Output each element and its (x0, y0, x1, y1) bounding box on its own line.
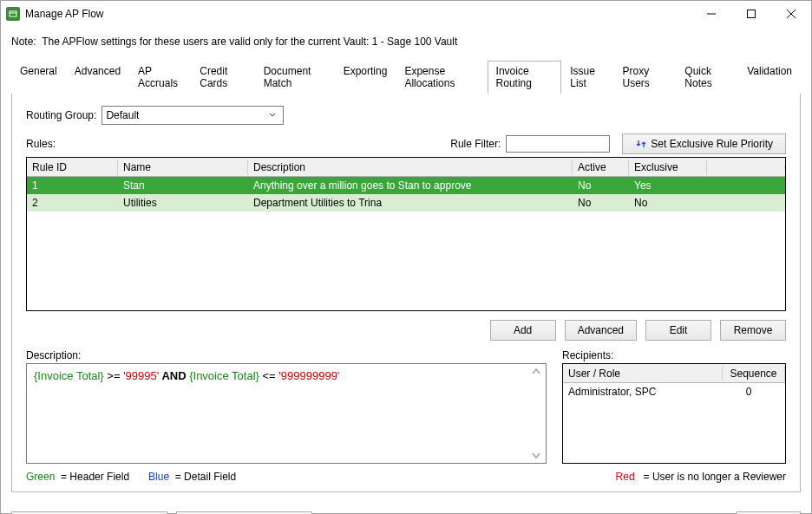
col-sequence[interactable]: Sequence (723, 366, 785, 381)
desc-token2: {Invoice Total} (189, 369, 259, 382)
tab-invoice-routing[interactable]: Invoice Routing (488, 61, 562, 94)
remove-button[interactable]: Remove (720, 320, 786, 341)
col-desc[interactable]: Description (248, 159, 573, 175)
legend-red: Red = User is no longer a Reviewer (616, 471, 786, 483)
tab-strip: GeneralAdvancedAP AccrualsCredit CardsDo… (11, 60, 801, 94)
col-active[interactable]: Active (573, 159, 629, 175)
col-exclusive[interactable]: Exclusive (629, 159, 707, 175)
recipients-grid-header: User / Role Sequence (563, 364, 785, 383)
tab-document-match[interactable]: Document Match (255, 61, 335, 94)
tab-validation[interactable]: Validation (738, 61, 801, 94)
rules-row[interactable]: 2UtilitiesDepartment Utilities to TrinaN… (27, 194, 785, 211)
set-exclusive-priority-label: Set Exclusive Rule Priority (651, 138, 773, 150)
col-user-role[interactable]: User / Role (563, 366, 723, 381)
desc-token1: {Invoice Total} (34, 369, 104, 382)
scroll-down-icon (530, 449, 542, 461)
description-scrollbar[interactable] (530, 366, 544, 461)
set-exclusive-priority-button[interactable]: Set Exclusive Rule Priority (622, 133, 786, 154)
routing-group-label: Routing Group: (26, 109, 96, 121)
rules-grid-body: 1StanAnything over a million goes to Sta… (27, 177, 785, 211)
description-box[interactable]: {Invoice Total} >= '99995' AND {Invoice … (26, 363, 547, 464)
tab-quick-notes[interactable]: Quick Notes (676, 61, 738, 94)
recipients-grid: User / Role Sequence Administrator, SPC0 (562, 363, 786, 464)
svg-rect-3 (748, 10, 756, 18)
app-icon (6, 7, 20, 21)
tab-advanced[interactable]: Advanced (66, 61, 129, 94)
col-name[interactable]: Name (118, 159, 248, 175)
tab-credit-cards[interactable]: Credit Cards (191, 61, 254, 94)
rules-grid-header: Rule ID Name Description Active Exclusiv… (27, 158, 785, 177)
scroll-up-icon (530, 366, 542, 378)
rule-filter-label: Rule Filter: (450, 138, 501, 150)
rules-grid-actions: Add Advanced Edit Remove (26, 320, 786, 341)
legend-green: Green = Header Field (26, 471, 129, 483)
window: Manage AP Flow Note: The APFlow settings… (0, 0, 812, 514)
recipients-grid-body: Administrator, SPC0 (563, 383, 785, 400)
tab-proxy-users[interactable]: Proxy Users (613, 61, 676, 94)
description-panel: Description: {Invoice Total} >= '99995' … (26, 349, 547, 464)
rules-row[interactable]: 1StanAnything over a million goes to Sta… (27, 177, 785, 194)
chevron-down-icon (265, 107, 279, 124)
content-area: Note: The APFlow settings for these user… (1, 27, 811, 503)
tab-ap-accruals[interactable]: AP Accruals (129, 61, 191, 94)
window-title: Manage AP Flow (25, 8, 104, 20)
rules-grid: Rule ID Name Description Active Exclusiv… (26, 157, 786, 311)
bottom-bar: Manage Routing Groups Invoice Routing Te… (1, 503, 811, 514)
tab-general[interactable]: General (11, 61, 66, 94)
note-line: Note: The APFlow settings for these user… (11, 36, 801, 48)
legend-blue: Blue = Detail Field (148, 471, 236, 483)
titlebar: Manage AP Flow (1, 1, 811, 27)
rule-filter-input[interactable] (506, 135, 610, 153)
close-button[interactable] (771, 1, 811, 27)
legend: Green = Header Field Blue = Detail Field… (26, 471, 786, 483)
tab-panel-invoice-routing: Routing Group: Default Rules: Rule Filte… (11, 94, 801, 492)
tab-exporting[interactable]: Exporting (335, 61, 396, 94)
minimize-button[interactable] (691, 1, 731, 27)
add-button[interactable]: Add (490, 320, 556, 341)
rules-label: Rules: (26, 138, 56, 150)
routing-group-combo[interactable]: Default (102, 106, 284, 125)
desc-and: AND (159, 369, 189, 382)
desc-op2: <= (259, 369, 278, 382)
lower-panels: Description: {Invoice Total} >= '99995' … (26, 349, 786, 464)
svg-rect-0 (10, 11, 16, 16)
note-text: The APFlow settings for these users are … (42, 36, 457, 48)
col-spacer (707, 166, 785, 169)
desc-val1: '99995' (123, 369, 159, 382)
advanced-button[interactable]: Advanced (565, 320, 637, 341)
col-rule-id[interactable]: Rule ID (27, 159, 118, 175)
routing-group-row: Routing Group: Default (26, 106, 786, 125)
recipients-label: Recipients: (562, 349, 786, 361)
maximize-button[interactable] (731, 1, 771, 27)
edit-button[interactable]: Edit (645, 320, 711, 341)
desc-val2: '999999999' (278, 369, 339, 382)
recipients-row[interactable]: Administrator, SPC0 (563, 383, 785, 400)
tab-issue-list[interactable]: Issue List (561, 61, 613, 94)
description-label: Description: (26, 349, 547, 361)
note-prefix: Note: (11, 36, 36, 48)
routing-group-value: Default (106, 109, 265, 121)
rules-header: Rules: Rule Filter: Set Exclusive Rule P… (26, 133, 786, 154)
recipients-panel: Recipients: User / Role Sequence Adminis… (562, 349, 786, 464)
tab-expense-allocations[interactable]: Expense Allocations (396, 61, 487, 94)
desc-op1: >= (104, 369, 123, 382)
